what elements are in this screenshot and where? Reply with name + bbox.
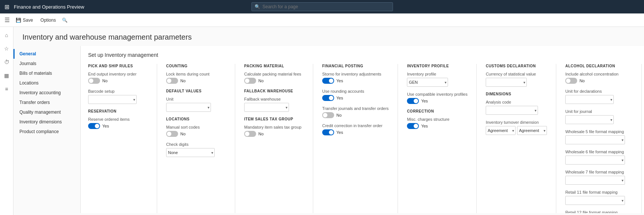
col-header-alcohol: ALCOHOL DECLARATION [565,64,632,68]
label-unit-declarations: Unit for declarations [565,89,632,93]
grid-icon[interactable]: ⊞ [3,2,11,12]
toggle-transfer-journals[interactable] [322,112,334,118]
select-unit-decl[interactable] [565,95,614,104]
select-retail11[interactable] [565,196,625,205]
select-wholesale7[interactable] [565,176,625,185]
col-header-pick-ship: PICK AND SHIP RULES [88,64,148,68]
sidebar-item-inventory-dimensions[interactable]: Inventory dimensions [13,117,80,127]
toggle-compatible-profiles[interactable] [407,98,419,104]
select-currency-stat[interactable] [486,78,527,87]
sidebar-item-general[interactable]: General [13,49,80,59]
label-wholesale5: Wholesale 5 file format mapping [565,129,632,134]
toggle-label-packing-fees: No [258,79,264,83]
toggle-end-output[interactable] [88,78,100,84]
sidebar-item-inventory-accounting[interactable]: Inventory accounting [13,88,80,98]
param-analysis-code: Analysis code [486,100,547,115]
sidebar-item-bills-of-materials[interactable]: Bills of materials [13,68,80,78]
select-wholesale5-wrapper[interactable] [565,135,625,144]
label-inv-turnover-dim: Inventory turnover dimension [486,120,547,125]
label-wholesale7: Wholesale 7 file format mapping [565,170,632,174]
toggle-reserve-ordered[interactable] [88,123,100,129]
select-inv-profile[interactable]: GEN [407,78,448,87]
select-turnover-2[interactable]: Agreement [517,126,547,135]
toggle-storno[interactable] [322,78,334,84]
label-credit-correction: Credit correction in transfer order [322,123,389,128]
toggle-lock-items[interactable] [166,78,178,84]
select-unit-journal[interactable] [565,115,614,124]
col-inv-profile: INVENTORY PROFILE Inventory profile GEN … [407,64,467,213]
select-barcode[interactable] [88,95,137,104]
label-transfer-journals: Transfer journals and transfer orders [322,106,389,111]
label-storno: Storno for inventory adjustments [322,72,389,76]
save-button[interactable]: 💾 Save [13,16,36,24]
param-unit-journal: Unit for journal [565,109,632,124]
select-turnover-1-wrapper[interactable]: Agreement [486,126,516,135]
content-area: Inventory and warehouse management param… [13,27,644,215]
favorites-icon[interactable]: ☆ [1,43,12,54]
col-header-correction: CORRECTION [407,109,467,113]
toggle-mandatory-tax[interactable] [244,131,256,137]
label-mandatory-tax: Mandatory item sales tax group [244,125,304,129]
divider-3 [313,64,313,213]
label-barcode: Barcode setup [88,89,148,93]
select-turnover-2-wrapper[interactable]: Agreement [517,126,547,135]
select-analysis-code[interactable] [486,106,538,115]
hamburger-icon[interactable]: ☰ [4,16,10,24]
sidebar-item-locations[interactable]: Locations [13,78,80,88]
sidebar-item-quality-management[interactable]: Quality management [13,107,80,117]
toggle-packing-fees[interactable] [244,78,256,84]
select-wholesale7-wrapper[interactable] [565,176,625,185]
toggle-label-reserve-ordered: Yes [102,124,109,128]
col-header-dimensions: DIMENSIONS [486,92,547,96]
label-unit-journal: Unit for journal [565,109,632,114]
select-wholesale6[interactable] [565,156,625,165]
select-wholesale5[interactable] [565,135,625,144]
select-barcode-wrapper[interactable] [88,95,137,104]
search-input[interactable] [262,4,389,9]
select-turnover-1[interactable]: Agreement [486,126,516,135]
select-analysis-code-wrapper[interactable] [486,106,538,115]
toggle-credit-correction[interactable] [322,129,334,135]
sidebar-item-transfer-orders[interactable]: Transfer orders [13,98,80,107]
label-check-digits: Check digits [166,142,226,147]
select-currency-stat-wrapper[interactable] [486,78,527,87]
toggle-alcohol-conc[interactable] [565,78,577,84]
select-unit-journal-wrapper[interactable] [565,115,614,124]
toggle-rounding[interactable] [322,95,334,101]
select-unit-wrapper[interactable] [166,103,211,112]
divider-4 [398,64,398,213]
toggle-misc-charges[interactable] [407,123,419,129]
recent-icon[interactable]: ⏱ [1,57,12,67]
col-header-financial: FINANCIAL POSTING [322,64,389,68]
param-unit-declarations: Unit for declarations [565,89,632,104]
modules-icon[interactable]: ≡ [1,84,12,94]
select-wholesale6-wrapper[interactable] [565,156,625,165]
toggle-label-credit-correction: Yes [336,130,343,135]
select-retail11-wrapper[interactable] [565,196,625,205]
search-bar[interactable]: 🔍 [251,2,393,11]
toggle-label-rounding: Yes [336,96,343,100]
search-toolbar-icon[interactable]: 🔍 [62,18,68,23]
sidebar-item-journals[interactable]: Journals [13,59,80,68]
select-fallback[interactable] [244,103,289,112]
label-retail12: Retail 12 file format mapping [565,210,632,213]
param-credit-correction: Credit correction in transfer order Yes [322,123,389,135]
toggle-manual-sort[interactable] [166,131,178,137]
select-unit[interactable] [166,103,211,112]
app-title: Finance and Operations Preview [14,4,84,10]
toggle-label-mandatory-tax: No [258,132,264,136]
label-end-output: End output inventory order [88,72,148,76]
param-fallback-warehouse: Fallback warehouse [244,97,304,112]
select-unit-decl-wrapper[interactable] [565,95,614,104]
label-fallback-warehouse: Fallback warehouse [244,97,304,101]
sidebar-item-product-compliance[interactable]: Product compliance [13,127,80,136]
workspaces-icon[interactable]: ▦ [1,70,12,81]
select-check-digits-wrapper[interactable]: None [166,148,215,157]
select-inv-profile-wrapper[interactable]: GEN [407,78,448,87]
col-header-customs: CUSTOMS DECLARATION [486,64,547,68]
home-icon[interactable]: ⌂ [1,30,12,40]
select-check-digits[interactable]: None [166,148,215,157]
options-button[interactable]: Options [37,16,59,24]
search-icon: 🔍 [255,4,260,9]
select-fallback-wrapper[interactable] [244,103,289,112]
